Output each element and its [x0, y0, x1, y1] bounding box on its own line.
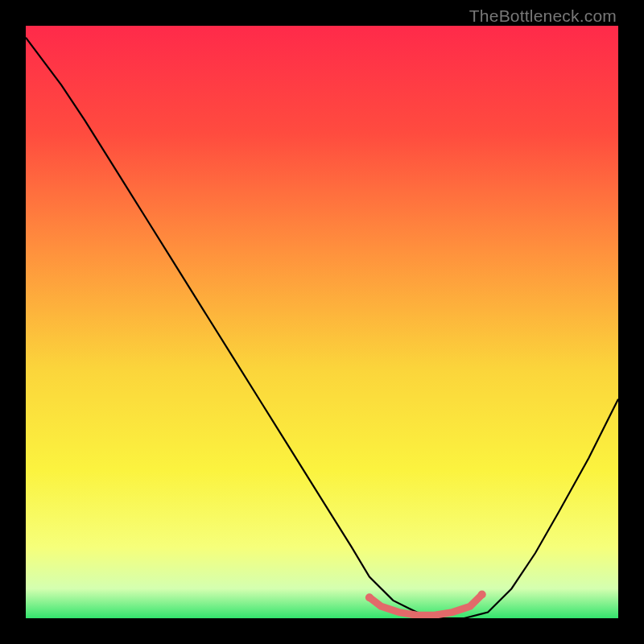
chart-container: TheBottleneck.com: [0, 0, 644, 644]
highlight-endpoint-left: [365, 593, 374, 601]
watermark-text: TheBottleneck.com: [469, 6, 617, 26]
gradient-background: [26, 26, 618, 618]
chart-plot: [26, 26, 618, 618]
highlight-endpoint-right: [478, 591, 486, 599]
